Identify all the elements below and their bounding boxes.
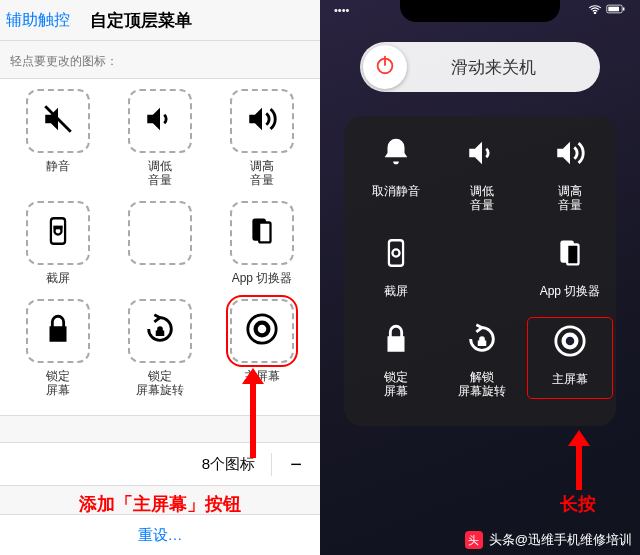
annotation-arrow-icon <box>568 430 590 490</box>
panel-label: App 切换器 <box>540 284 601 298</box>
panel-cell-app-switcher[interactable]: App 切换器 <box>530 232 610 298</box>
svg-point-8 <box>258 325 267 334</box>
panel-label: 调低 音量 <box>470 184 494 212</box>
grid-label: App 切换器 <box>232 271 293 285</box>
svg-rect-1 <box>51 218 65 244</box>
icon-grid: 静音 调低 音量 调高 音量 截屏 <box>0 78 320 416</box>
watermark: 头 头条@迅维手机维修培训 <box>465 531 632 549</box>
section-hint: 轻点要更改的图标： <box>0 41 320 78</box>
status-right <box>588 4 626 16</box>
svg-rect-12 <box>623 7 625 10</box>
reset-button[interactable]: 重设… <box>0 514 320 555</box>
grid-cell-vol-down[interactable]: 调低 音量 <box>121 89 199 187</box>
bell-icon <box>379 136 413 174</box>
panel-cell-lock-screen[interactable]: 锁定 屏幕 <box>356 318 436 398</box>
rotation-unlock-icon <box>465 322 499 360</box>
decrement-button[interactable]: − <box>271 453 308 476</box>
svg-rect-15 <box>389 240 403 266</box>
grid-label: 截屏 <box>46 271 70 285</box>
device-notch <box>400 0 560 22</box>
grid-cell-mute[interactable]: 静音 <box>19 89 97 187</box>
panel-cell-empty <box>442 232 522 298</box>
grid-label: 锁定 屏幕 <box>46 369 70 397</box>
grid-cell-app-switcher[interactable]: App 切换器 <box>223 201 301 285</box>
grid-label: 静音 <box>46 159 70 173</box>
power-icon <box>374 54 396 80</box>
panel-cell-vol-up[interactable]: 调高 音量 <box>530 132 610 212</box>
watermark-logo-icon: 头 <box>465 531 483 549</box>
nav-bar: 辅助触控 自定顶层菜单 <box>0 0 320 41</box>
panel-label: 取消静音 <box>372 184 420 198</box>
panel-cell-vol-down[interactable]: 调低 音量 <box>442 132 522 212</box>
annotation-caption: 添加「主屏幕」按钮 <box>0 492 320 516</box>
annotation-arrow-icon <box>242 368 264 458</box>
app-switcher-icon <box>553 236 587 274</box>
panel-label: 锁定 屏幕 <box>384 370 408 398</box>
page-title: 自定顶层菜单 <box>90 9 192 32</box>
svg-point-16 <box>392 249 399 256</box>
watermark-text: 头条@迅维手机维修培训 <box>489 531 632 549</box>
grid-label: 调高 音量 <box>250 159 274 187</box>
volume-down-icon <box>465 136 499 174</box>
icon-count-row: 8个图标 − <box>0 442 320 486</box>
panel-cell-home[interactable]: 主屏幕 <box>528 318 612 398</box>
svg-rect-11 <box>608 7 619 12</box>
rotation-lock-icon <box>143 312 177 350</box>
grid-label: 调低 音量 <box>148 159 172 187</box>
volume-up-icon <box>245 102 279 140</box>
panel-label: 截屏 <box>384 284 408 298</box>
lock-icon <box>41 312 75 350</box>
wifi-icon <box>588 4 602 16</box>
home-button-icon <box>553 324 587 362</box>
phone-camera-icon <box>379 236 413 274</box>
assistive-touch-panel: 取消静音 调低 音量 调高 音量 <box>344 116 616 426</box>
panel-label: 解锁 屏幕旋转 <box>458 370 506 398</box>
svg-rect-5 <box>259 223 270 243</box>
volume-down-icon <box>143 102 177 140</box>
grid-cell-lock-rotation[interactable]: 锁定 屏幕旋转 <box>121 299 199 397</box>
panel-cell-screenshot[interactable]: 截屏 <box>356 232 436 298</box>
power-knob[interactable] <box>363 45 407 89</box>
mute-icon <box>41 102 75 140</box>
panel-label: 主屏幕 <box>552 372 588 386</box>
home-button-icon <box>245 312 279 350</box>
grid-label: 锁定 屏幕旋转 <box>136 369 184 397</box>
panel-cell-unmute[interactable]: 取消静音 <box>356 132 436 212</box>
svg-rect-3 <box>54 227 61 228</box>
power-off-label: 滑动来关机 <box>407 56 600 79</box>
back-button[interactable]: 辅助触控 <box>0 10 70 31</box>
annotation-caption: 长按 <box>538 492 618 516</box>
app-switcher-icon <box>245 214 279 252</box>
grid-cell-vol-up[interactable]: 调高 音量 <box>223 89 301 187</box>
panel-label: 调高 音量 <box>558 184 582 212</box>
status-signal: •••• <box>334 4 349 16</box>
svg-rect-18 <box>567 245 578 265</box>
slide-to-power-off[interactable]: 滑动来关机 <box>360 42 600 92</box>
lock-icon <box>379 322 413 360</box>
svg-point-9 <box>594 12 595 13</box>
panel-cell-unlock-rotation[interactable]: 解锁 屏幕旋转 <box>442 318 522 398</box>
svg-point-21 <box>566 337 575 346</box>
grid-cell-lock-screen[interactable]: 锁定 屏幕 <box>19 299 97 397</box>
battery-icon <box>606 4 626 16</box>
grid-cell-screenshot[interactable]: 截屏 <box>19 201 97 285</box>
volume-up-icon <box>553 136 587 174</box>
grid-cell-empty[interactable] <box>121 201 199 285</box>
phone-camera-icon <box>41 214 75 252</box>
